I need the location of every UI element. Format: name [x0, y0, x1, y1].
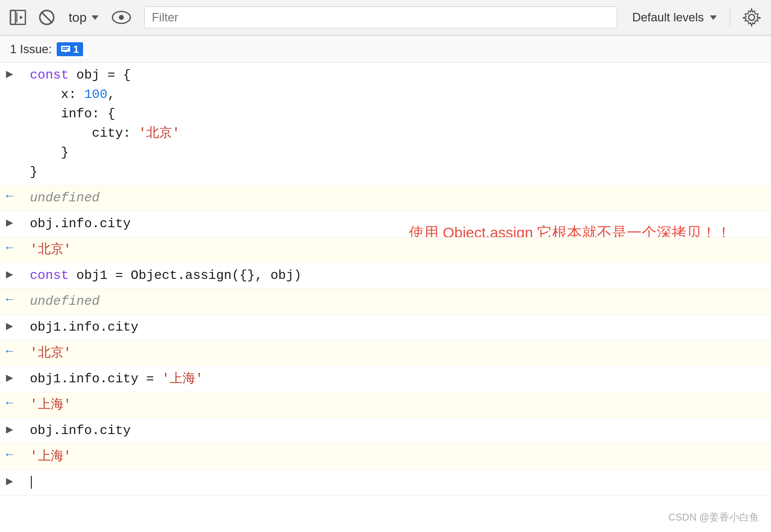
toolbar-separator [730, 7, 730, 27]
result-prefix: ← [0, 188, 26, 203]
block-button[interactable] [35, 6, 59, 28]
line-content: obj1.info.city [26, 318, 771, 337]
console-line: ←'北京' [0, 237, 771, 263]
result-prefix: ← [0, 447, 26, 461]
filter-input[interactable] [144, 6, 617, 28]
message-icon [61, 45, 71, 53]
result-prefix: ← [0, 240, 26, 255]
console-line: ←'上海' [0, 444, 771, 470]
result-prefix: ← [0, 344, 26, 358]
top-label: top [69, 10, 87, 25]
default-levels-dropdown[interactable]: Default levels [627, 8, 722, 26]
console-area: ▶const obj = { x: 100, info: { city: '北京… [0, 63, 771, 532]
svg-line-5 [41, 12, 52, 23]
eye-icon [111, 10, 131, 25]
console-line: ←undefined [0, 185, 771, 211]
line-content: const obj = { x: 100, info: { city: '北京'… [26, 66, 771, 182]
settings-button[interactable] [738, 6, 765, 29]
default-levels-label: Default levels [632, 10, 704, 24]
chevron-down-icon [92, 15, 98, 20]
console-line: ←'北京' [0, 341, 771, 366]
result-content: '北京' [26, 344, 771, 363]
result-content: undefined [26, 292, 771, 311]
expand-icon[interactable]: ▶ [0, 214, 26, 230]
line-content: obj.info.city [26, 421, 771, 441]
gear-icon [742, 8, 761, 27]
top-dropdown[interactable]: top [64, 8, 103, 27]
issues-count: 1 [73, 43, 79, 55]
watermark: CSDN @姜香小白鱼 [668, 511, 759, 524]
toolbar: top Default levels [0, 0, 771, 36]
prompt-content[interactable] [26, 473, 771, 492]
expand-icon[interactable]: ▶ [0, 66, 26, 81]
console-line: ▶obj.info.city [0, 418, 771, 444]
svg-marker-3 [20, 15, 23, 19]
console-line: ▶ [0, 470, 771, 496]
console-line: ▶obj1.info.city [0, 315, 771, 341]
console-line: ←undefined [0, 289, 771, 315]
svg-point-8 [749, 14, 755, 20]
result-prefix: ← [0, 395, 26, 410]
result-content: undefined [26, 188, 771, 208]
result-content: '上海' [26, 395, 771, 415]
console-line: ▶const obj1 = Object.assign({}, obj) [0, 263, 771, 289]
block-icon [38, 8, 56, 26]
line-content: const obj1 = Object.assign({}, obj) [26, 266, 771, 285]
result-content: '北京' [26, 240, 771, 260]
visibility-button[interactable] [108, 8, 134, 27]
console-line: ←'上海' [0, 392, 771, 418]
expand-icon[interactable]: ▶ [0, 421, 26, 437]
line-content: obj1.info.city = '上海' [26, 369, 771, 389]
console-line: ▶const obj = { x: 100, info: { city: '北京… [0, 63, 771, 185]
svg-point-7 [119, 15, 124, 20]
result-content: '上海' [26, 447, 771, 466]
console-line: ▶obj.info.city使用 Object.assign 它根本就不是一个深… [0, 211, 771, 237]
panel-icon [9, 8, 27, 26]
expand-icon[interactable]: ▶ [0, 318, 26, 333]
expand-panel-button[interactable] [6, 6, 30, 28]
issues-bar: 1 Issue: 1 [0, 36, 771, 63]
svg-rect-0 [10, 10, 15, 24]
result-prefix: ← [0, 292, 26, 306]
prompt-prefix: ▶ [0, 473, 26, 488]
chevron-down-icon [710, 15, 717, 20]
console-line: ▶obj1.info.city = '上海' [0, 366, 771, 392]
expand-icon[interactable]: ▶ [0, 369, 26, 385]
issues-label: 1 Issue: [10, 42, 52, 56]
filter-input-wrapper [144, 6, 617, 28]
svg-rect-1 [10, 10, 25, 24]
issues-badge[interactable]: 1 [57, 42, 83, 56]
expand-icon[interactable]: ▶ [0, 266, 26, 281]
